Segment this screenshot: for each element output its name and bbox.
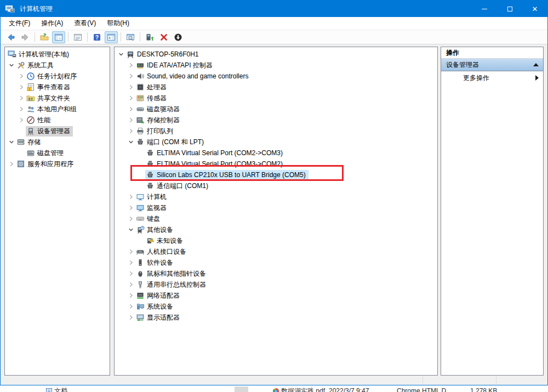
tree-item-body[interactable]: !事件查看器 xyxy=(26,82,73,93)
tree-item-body[interactable]: ?其他设备 xyxy=(135,225,176,235)
minimize-button[interactable] xyxy=(472,1,497,17)
device-tree-item[interactable]: 通信端口 (COM1) xyxy=(115,180,437,191)
device-tree-item[interactable]: ELTIMA Virtual Serial Port (COM2->COM3) xyxy=(115,147,437,158)
device-tree-item[interactable]: Sound, video and game controllers xyxy=(115,71,437,82)
chevron-right-icon[interactable] xyxy=(127,117,135,123)
chevron-right-icon[interactable] xyxy=(127,73,135,79)
console-window-icon[interactable] xyxy=(124,31,137,43)
close-button[interactable]: ✕ xyxy=(522,1,547,17)
tree-item-body[interactable]: 处理器 xyxy=(135,82,169,93)
device-tree-item[interactable]: 鼠标和其他指针设备 xyxy=(115,268,437,279)
console-tree-item[interactable]: 任务计划程序 xyxy=(5,71,110,82)
chevron-right-icon[interactable] xyxy=(127,95,135,101)
tree-item-body[interactable]: 共享文件夹 xyxy=(26,93,73,104)
tree-item-body[interactable]: ELTIMA Virtual Serial Port (COM2->COM3) xyxy=(145,148,286,158)
console-tree-item[interactable]: 计算机管理(本地) xyxy=(5,49,110,60)
title-bar[interactable]: 计算机管理 ✕ xyxy=(1,1,547,17)
device-tree-item[interactable]: 监视器 xyxy=(115,202,437,213)
device-tree-item[interactable]: 磁盘驱动器 xyxy=(115,104,437,115)
tree-item-body[interactable]: 系统设备 xyxy=(135,302,176,312)
chevron-right-icon[interactable] xyxy=(17,84,26,90)
maximize-button[interactable] xyxy=(497,1,522,17)
tree-item-body[interactable]: 人机接口设备 xyxy=(135,247,189,257)
device-tree-item[interactable]: 端口 (COM 和 LPT) xyxy=(115,137,437,147)
tree-item-body[interactable]: 监视器 xyxy=(135,203,169,213)
chevron-right-icon[interactable] xyxy=(127,315,135,320)
console-tree-item[interactable]: 系统工具 xyxy=(5,60,110,71)
console-tree-item[interactable]: 性能 xyxy=(5,115,110,126)
background-file-item[interactable]: 数据湖实践.pdf xyxy=(273,387,325,392)
tree-item-body[interactable]: !未知设备 xyxy=(145,236,186,246)
device-tree-item[interactable]: ?其他设备 xyxy=(115,224,437,235)
tree-item-body[interactable]: DESKTOP-5R6F0H1 xyxy=(125,49,201,60)
tree-item-body[interactable]: 存储控制器 xyxy=(135,115,182,126)
chevron-right-icon[interactable] xyxy=(127,194,135,200)
chevron-right-icon[interactable] xyxy=(127,271,135,276)
tree-item-body[interactable]: 本地用户和组 xyxy=(26,104,79,115)
chevron-right-icon[interactable] xyxy=(17,117,26,123)
tree-item-body[interactable]: 显示适配器 xyxy=(135,313,182,323)
device-tree-item[interactable]: 存储控制器 xyxy=(115,115,437,126)
disable-device-icon[interactable] xyxy=(172,31,185,43)
tree-item-body[interactable]: Sound, video and game controllers xyxy=(135,71,251,82)
chevron-right-icon[interactable] xyxy=(127,128,135,134)
actions-section-device-manager[interactable]: 设备管理器 xyxy=(441,59,543,71)
chevron-right-icon[interactable] xyxy=(127,304,135,309)
chevron-right-icon[interactable] xyxy=(127,205,135,211)
tree-item-body[interactable]: 网络适配器 xyxy=(135,291,182,301)
console-tree-toggle-icon[interactable] xyxy=(52,31,65,43)
device-tree-item[interactable]: 传感器 xyxy=(115,93,437,104)
tree-item-body[interactable]: 键盘 xyxy=(135,214,163,224)
help-icon[interactable]: ? xyxy=(90,31,104,43)
device-tree-item[interactable]: 人机接口设备 xyxy=(115,246,437,257)
chevron-down-icon[interactable] xyxy=(7,63,16,68)
tree-item-body[interactable]: 计算机管理(本地) xyxy=(7,49,72,60)
menu-item[interactable]: 查看(V) xyxy=(68,17,101,30)
chevron-right-icon[interactable] xyxy=(127,216,135,221)
device-tree-item[interactable]: DESKTOP-5R6F0H1 xyxy=(115,49,437,60)
tree-item-body[interactable]: 端口 (COM 和 LPT) xyxy=(135,137,207,147)
device-tree-item[interactable]: 网络适配器 xyxy=(115,290,437,301)
console-tree-item[interactable]: 本地用户和组 xyxy=(5,104,110,115)
chevron-down-icon[interactable] xyxy=(127,227,135,232)
device-tree-item[interactable]: IDE ATA/ATAPI 控制器 xyxy=(115,60,437,71)
properties-icon[interactable] xyxy=(71,31,84,43)
chevron-right-icon[interactable] xyxy=(127,249,135,254)
more-actions-item[interactable]: 更多操作 xyxy=(441,71,543,84)
chevron-down-icon[interactable] xyxy=(7,139,16,145)
tree-item-body[interactable]: 鼠标和其他指针设备 xyxy=(135,269,209,279)
tree-item-body[interactable]: 服务和应用程序 xyxy=(16,159,76,169)
device-tree-item[interactable]: 显示适配器 xyxy=(115,312,437,323)
chevron-right-icon[interactable] xyxy=(7,161,16,167)
chevron-right-icon[interactable] xyxy=(127,282,135,287)
device-tree-item[interactable]: 系统设备 xyxy=(115,301,437,312)
chevron-right-icon[interactable] xyxy=(17,73,26,79)
collapse-arrow-icon[interactable] xyxy=(533,63,539,66)
chevron-down-icon[interactable] xyxy=(117,52,125,57)
device-tree-item[interactable]: 处理器 xyxy=(115,82,437,93)
device-tree-item[interactable]: 打印队列 xyxy=(115,126,437,137)
action-pane-toggle-icon[interactable] xyxy=(105,31,118,43)
tree-item-body[interactable]: 任务计划程序 xyxy=(26,71,79,82)
tree-item-body[interactable]: 性能 xyxy=(26,115,53,126)
export-icon[interactable] xyxy=(38,31,51,43)
tree-item-body[interactable]: 磁盘管理 xyxy=(26,148,66,158)
back-icon[interactable] xyxy=(4,31,18,43)
device-tree-item[interactable]: 键盘 xyxy=(115,213,437,224)
forward-icon[interactable] xyxy=(19,31,32,43)
device-tree-item[interactable]: 软件设备 xyxy=(115,257,437,268)
device-tree-item[interactable]: 计算机 xyxy=(115,191,437,202)
menu-item[interactable]: 操作(A) xyxy=(36,17,68,30)
tree-item-body[interactable]: 打印队列 xyxy=(135,126,176,137)
tree-item-body[interactable]: 通用串行总线控制器 xyxy=(135,280,209,290)
chevron-right-icon[interactable] xyxy=(127,293,135,298)
chevron-right-icon[interactable] xyxy=(127,84,135,90)
background-folder-item[interactable]: 文档 xyxy=(46,387,67,392)
tree-item-body[interactable]: 磁盘驱动器 xyxy=(135,104,182,115)
tree-item-body[interactable]: 软件设备 xyxy=(135,258,176,268)
menu-item[interactable]: 文件(F) xyxy=(3,17,36,30)
chevron-right-icon[interactable] xyxy=(17,95,26,101)
chevron-right-icon[interactable] xyxy=(127,260,135,265)
tree-item-body[interactable]: 存储 xyxy=(16,137,43,147)
console-tree-item[interactable]: 服务和应用程序 xyxy=(5,158,110,169)
